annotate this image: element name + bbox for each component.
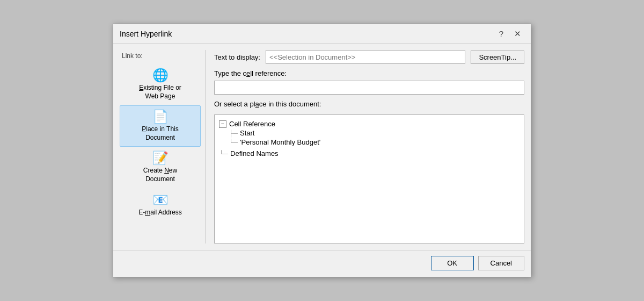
sidebar: Link to: 🌐 Existing File orWeb Page 📄 Pl… [120,50,206,243]
sidebar-label: Link to: [120,50,201,64]
tree-line-budget: └─ [229,139,238,146]
email-label: E-mail Address [138,209,182,217]
tree-label-cell-reference: Cell Reference [229,120,275,128]
dialog-body: Link to: 🌐 Existing File orWeb Page 📄 Pl… [113,44,531,250]
dialog-footer: OK Cancel [113,250,531,277]
screentip-button[interactable]: ScreenTip... [471,51,524,64]
sidebar-item-email[interactable]: 📧 E-mail Address [120,189,201,222]
cell-ref-label: Type the cell reference: [214,69,524,77]
cancel-button[interactable]: Cancel [478,256,524,270]
text-display-row: Text to display: ScreenTip... [214,50,524,64]
text-display-label: Text to display: [214,53,260,61]
tree-label-defined-names: Defined Names [230,149,279,157]
dialog-title: Insert Hyperlink [120,30,172,38]
place-in-document-label: Place in ThisDocument [142,125,179,142]
place-in-document-icon: 📄 [152,110,169,123]
tree-node-cell-reference[interactable]: − Cell Reference ├─ Start └─ 'Personal M… [218,118,521,148]
title-bar-buttons: ? ✕ [496,28,524,39]
tree-label-start: Start [240,129,254,137]
tree-row-defined-names[interactable]: └─ Defined Names [218,149,521,158]
dialog-title-area: Insert Hyperlink [120,30,172,38]
title-bar: Insert Hyperlink ? ✕ [113,24,531,44]
text-display-input[interactable] [266,50,465,64]
sidebar-item-place-in-document[interactable]: 📄 Place in ThisDocument [120,105,201,147]
main-content: Text to display: ScreenTip... Type the c… [206,50,524,243]
ok-button[interactable]: OK [431,256,474,270]
tree-node-defined-names[interactable]: └─ Defined Names [218,148,521,159]
tree-row-budget[interactable]: └─ 'Personal Monthly Budget' [218,138,521,147]
close-button[interactable]: ✕ [511,28,524,39]
sidebar-item-create-new[interactable]: 📝 Create NewDocument [120,147,201,188]
existing-file-label: Existing File orWeb Page [139,84,181,101]
document-tree[interactable]: − Cell Reference ├─ Start └─ 'Personal M… [214,114,524,243]
expand-cell-reference[interactable]: − [219,120,226,128]
cell-ref-section: Type the cell reference: A1 [214,69,524,95]
tree-line-defined-names: └─ [219,150,228,157]
email-icon: 📧 [152,194,169,206]
tree-row-cell-reference[interactable]: − Cell Reference [218,119,521,128]
select-place-label: Or select a place in this document: [214,100,524,108]
tree-line-start: ├─ [229,130,238,137]
existing-file-icon: 🌐 [152,69,169,82]
tree-label-budget: 'Personal Monthly Budget' [240,138,320,146]
tree-row-start[interactable]: ├─ Start [218,128,521,138]
create-new-label: Create NewDocument [143,167,177,183]
cell-ref-input[interactable]: A1 [214,81,524,95]
sidebar-item-existing-file[interactable]: 🌐 Existing File orWeb Page [120,64,201,105]
help-button[interactable]: ? [496,28,507,39]
insert-hyperlink-dialog: Insert Hyperlink ? ✕ Link to: 🌐 Existing… [113,24,531,277]
create-new-icon: 📝 [152,152,169,164]
